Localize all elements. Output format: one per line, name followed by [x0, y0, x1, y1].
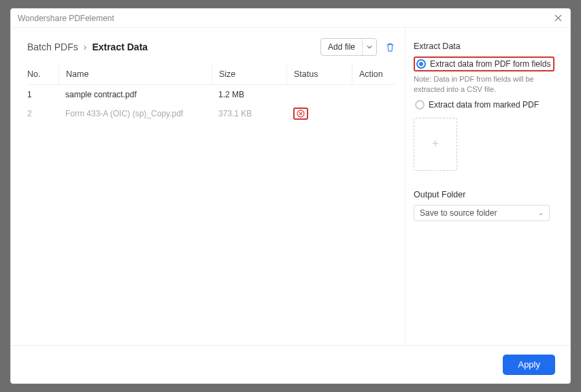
output-folder-value: Save to source folder [420, 208, 497, 218]
add-file-dropdown[interactable] [363, 39, 376, 55]
cell-status [286, 104, 352, 123]
cell-name: Form 433-A (OIC) (sp)_Copy.pdf [59, 104, 212, 123]
trash-icon [385, 42, 395, 52]
footer: Apply [11, 345, 570, 383]
chevron-down-icon: ⌄ [538, 209, 544, 216]
panel-title: Extract Data [414, 42, 558, 51]
col-name: Name [59, 63, 212, 84]
option-marked-pdf[interactable]: Extract data from marked PDF [414, 99, 558, 111]
cell-name: sample contract.pdf [59, 85, 212, 104]
cell-size: 373.1 KB [212, 104, 286, 123]
option-form-fields-label: Extract data from PDF form fields [430, 59, 550, 69]
output-folder-select[interactable]: Save to source folder ⌄ [414, 205, 550, 221]
app-window: Wondershare PDFelement Batch PDFs › Extr… [10, 8, 571, 384]
cell-status [286, 85, 352, 104]
clear-list-button[interactable] [385, 42, 395, 52]
option-form-fields[interactable]: Extract data from PDF form fields [415, 58, 553, 70]
add-file-button[interactable]: Add file [320, 38, 377, 56]
output-folder-label: Output Folder [414, 190, 558, 199]
chevron-down-icon [367, 45, 372, 49]
app-title: Wondershare PDFelement [18, 14, 114, 23]
cell-no: 1 [27, 90, 59, 99]
cell-action [352, 104, 395, 123]
cell-no: 2 [27, 109, 59, 118]
remove-icon [297, 110, 305, 118]
breadcrumb-parent[interactable]: Batch PDFs [27, 42, 78, 52]
add-file-label: Add file [321, 39, 363, 55]
close-button[interactable] [552, 13, 563, 24]
toolbar-actions: Add file [320, 38, 395, 56]
option-marked-label: Extract data from marked PDF [429, 100, 539, 110]
breadcrumb-separator-icon: › [78, 42, 93, 52]
remove-row-button[interactable] [293, 108, 308, 120]
cell-action [352, 85, 395, 104]
content-area: Batch PDFs › Extract Data Add file [11, 28, 570, 345]
table-body: 1sample contract.pdf1.2 MB2Form 433-A (O… [27, 85, 395, 123]
option-note: Note: Data in PDF from fields will be ex… [414, 74, 558, 95]
breadcrumb-row: Batch PDFs › Extract Data Add file [27, 35, 395, 59]
file-list-pane: Batch PDFs › Extract Data Add file [11, 28, 405, 345]
titlebar: Wondershare PDFelement [11, 9, 570, 28]
radio-icon [416, 59, 426, 69]
col-size: Size [212, 63, 286, 84]
table-row[interactable]: 1sample contract.pdf1.2 MB [27, 85, 395, 104]
template-dropzone[interactable]: + [414, 118, 457, 171]
options-pane: Extract Data Extract data from PDF form … [405, 28, 570, 345]
col-action: Action [352, 63, 395, 84]
col-no: No. [27, 69, 59, 79]
breadcrumb-current: Extract Data [92, 42, 148, 52]
table-header: No. Name Size Status Action [27, 63, 395, 85]
plus-icon: + [432, 137, 439, 151]
highlight-box: Extract data from PDF form fields [414, 56, 554, 71]
close-icon [554, 14, 562, 22]
apply-button[interactable]: Apply [503, 355, 555, 375]
cell-size: 1.2 MB [212, 85, 286, 104]
col-status: Status [286, 63, 352, 84]
table-row[interactable]: 2Form 433-A (OIC) (sp)_Copy.pdf373.1 KB [27, 104, 395, 123]
radio-icon [415, 100, 425, 110]
